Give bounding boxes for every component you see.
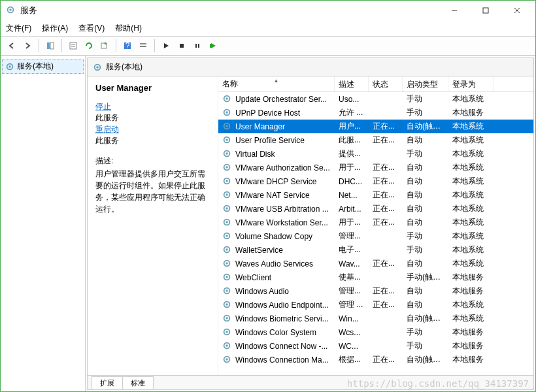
service-status: 正在... <box>369 121 403 132</box>
service-desc: 使基... <box>335 272 369 283</box>
forward-button[interactable] <box>20 39 35 53</box>
close-button[interactable] <box>504 1 530 20</box>
service-row[interactable]: WebClient使基...手动(触发...本地服务 <box>218 270 533 284</box>
service-desc: 管理... <box>335 231 369 242</box>
service-name: User Profile Service <box>235 136 305 145</box>
export-button[interactable] <box>97 39 112 53</box>
service-row[interactable]: VMware USB Arbitration ...Arbit...正在...自… <box>218 202 533 216</box>
service-name: Volume Shadow Copy <box>235 232 312 241</box>
svg-point-35 <box>226 166 228 169</box>
toolbar: ? <box>1 36 535 56</box>
menubar: 文件(F) 操作(A) 查看(V) 帮助(H) <box>1 20 535 36</box>
gear-icon <box>222 122 233 132</box>
menu-view[interactable]: 查看(V) <box>78 23 105 34</box>
gear-icon <box>222 286 233 297</box>
col-logon[interactable]: 登录为 <box>448 76 494 91</box>
menu-action[interactable]: 操作(A) <box>42 23 68 34</box>
service-startup: 手动 <box>403 107 448 118</box>
svg-point-33 <box>226 152 228 155</box>
properties-button[interactable] <box>66 39 80 53</box>
svg-point-31 <box>226 139 228 141</box>
service-row[interactable]: UPnP Device Host允许 ...手动本地服务 <box>218 106 533 120</box>
stop-service-button[interactable] <box>175 39 189 53</box>
refresh-button[interactable] <box>82 39 96 53</box>
svg-point-41 <box>226 207 228 210</box>
maximize-button[interactable] <box>473 1 499 20</box>
tree-root-node[interactable]: 服务(本地) <box>2 59 84 74</box>
service-startup: 自动 <box>403 135 448 146</box>
show-hide-button[interactable] <box>43 39 58 53</box>
svg-point-45 <box>226 235 228 237</box>
description-text: 用户管理器提供多用户交互所需要的运行时组件。如果停止此服务，某些应用程序可能无法… <box>95 168 210 215</box>
service-row[interactable]: Windows Audio Endpoint...管理 ...正在...自动本地… <box>218 298 533 312</box>
service-desc: WC... <box>335 342 369 351</box>
restart-link[interactable]: 重启动 <box>95 123 210 135</box>
service-logon: 本地系统 <box>448 203 494 214</box>
col-desc[interactable]: 描述 <box>335 76 369 91</box>
service-row[interactable]: VMware NAT ServiceNet...正在...自动本地系统 <box>218 188 533 202</box>
service-desc: 管理 ... <box>335 299 369 310</box>
tab-standard[interactable]: 标准 <box>122 376 154 389</box>
pause-service-button[interactable] <box>190 39 205 53</box>
minimize-button[interactable] <box>441 1 467 20</box>
service-startup: 手动(触发... <box>403 272 448 283</box>
service-row[interactable]: Windows Color SystemWcs...手动本地服务 <box>218 325 533 339</box>
service-row[interactable]: VMware Authorization Se...用于...正在...自动本地… <box>218 161 533 174</box>
service-logon: 本地系统 <box>448 176 494 187</box>
service-name: Windows Connect Now -... <box>235 342 327 351</box>
svg-point-47 <box>226 248 228 251</box>
stop-link[interactable]: 停止 <box>95 101 210 112</box>
svg-point-59 <box>226 331 228 333</box>
service-status: 正在... <box>369 162 403 173</box>
service-logon: 本地系统 <box>448 189 494 201</box>
col-status[interactable]: 状态 <box>369 76 403 91</box>
service-desc: 电子... <box>335 244 369 255</box>
restart-service-button[interactable] <box>206 39 220 53</box>
service-row[interactable]: VMware DHCP ServiceDHC...正在...自动本地系统 <box>218 174 533 188</box>
service-name: VMware NAT Service <box>235 191 310 200</box>
service-logon: 本地系统 <box>448 313 494 324</box>
tab-extended[interactable]: 扩展 <box>92 376 123 389</box>
service-desc: 用户... <box>335 121 369 132</box>
service-row[interactable]: Windows Biometric Servi...Win...自动(触发...… <box>218 312 533 325</box>
start-service-button[interactable] <box>159 39 173 53</box>
col-name[interactable]: 名称▲ <box>218 76 335 91</box>
services-window: 服务 文件(F) 操作(A) 查看(V) 帮助(H) ? <box>0 0 536 392</box>
service-logon: 本地系统 <box>448 299 494 310</box>
service-row[interactable]: WalletService电子...手动本地系统 <box>218 243 533 257</box>
service-logon: 本地服务 <box>448 272 494 283</box>
service-row[interactable]: Windows Connection Ma...根据...正在...自动(触发.… <box>218 353 533 367</box>
list-body[interactable]: Update Orchestrator Ser...Uso...手动本地系统UP… <box>218 92 533 375</box>
service-logon: 本地系统 <box>448 121 494 132</box>
service-startup: 自动(触发... <box>403 354 448 365</box>
col-startup[interactable]: 启动类型 <box>403 76 448 91</box>
service-desc: 用于... <box>335 217 369 228</box>
tree-root-label: 服务(本地) <box>17 61 54 72</box>
service-name: VMware USB Arbitration ... <box>235 204 329 214</box>
menu-help[interactable]: 帮助(H) <box>115 23 142 34</box>
list-button[interactable] <box>136 39 150 53</box>
service-startup: 自动(触发... <box>403 313 448 324</box>
svg-rect-18 <box>198 44 199 48</box>
service-status: 正在... <box>369 354 403 365</box>
gear-icon <box>222 300 233 310</box>
service-name: WalletService <box>235 246 283 255</box>
back-button[interactable] <box>5 39 19 53</box>
service-row[interactable]: Volume Shadow Copy管理...手动本地系统 <box>218 229 533 243</box>
service-row[interactable]: Virtual Disk提供...手动本地系统 <box>218 147 533 161</box>
service-row[interactable]: Waves Audio ServicesWav...正在...自动本地系统 <box>218 257 533 270</box>
help-button[interactable]: ? <box>120 39 135 53</box>
svg-point-43 <box>226 221 228 223</box>
gear-icon <box>222 176 233 187</box>
gear-icon <box>222 259 233 269</box>
service-logon: 本地服务 <box>448 286 494 297</box>
menu-file[interactable]: 文件(F) <box>6 23 31 34</box>
service-row[interactable]: Update Orchestrator Ser...Uso...手动本地系统 <box>218 92 533 106</box>
service-status: 正在... <box>369 299 403 310</box>
service-row[interactable]: VMware Workstation Ser...用于...正在...自动本地系… <box>218 216 533 229</box>
service-row[interactable]: Windows Audio管理...正在...自动本地服务 <box>218 284 533 298</box>
service-row[interactable]: Windows Connect Now -...WC...手动本地服务 <box>218 339 533 353</box>
service-row[interactable]: User Manager用户...正在...自动(触发...本地系统 <box>218 120 533 133</box>
service-row[interactable]: User Profile Service此服...正在...自动本地系统 <box>218 133 533 147</box>
gear-icon <box>222 108 233 118</box>
